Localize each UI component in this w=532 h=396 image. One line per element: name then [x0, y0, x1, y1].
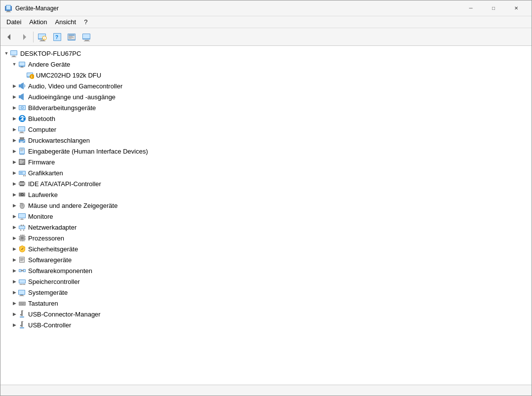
svg-rect-104	[22, 235, 23, 236]
svg-rect-65	[20, 162, 23, 162]
svg-rect-122	[20, 284, 21, 285]
tree-item-andere-geraete[interactable]: ▼ Andere Geräte	[0, 59, 532, 70]
svg-marker-6	[23, 34, 26, 40]
menu-help[interactable]: ?	[80, 17, 91, 27]
tree-item-audio[interactable]: ▶ Audio, Video und Gamecontroller	[0, 80, 532, 91]
svg-rect-2	[6, 5, 10, 9]
usb-connector-label: USB-Connector-Manager	[28, 311, 101, 318]
sicherheitsgeraete-label: Sicherheitsgeräte	[28, 245, 78, 253]
tree-root[interactable]: ▼ DESKTOP-FLU67PC	[0, 48, 532, 59]
menu-bar: Datei Aktion Ansicht ?	[0, 16, 532, 28]
tree-item-bluetooth[interactable]: ▶ Bluetooth	[0, 113, 532, 124]
tree-item-netzwerkadapter[interactable]: ▶ Netzwerkadapter	[0, 222, 532, 233]
tree-item-firmware[interactable]: ▶ Firmware	[0, 157, 532, 167]
svg-rect-129	[19, 296, 24, 296]
speichercontroller-label: Speichercontroller	[28, 278, 80, 285]
tree-item-computer[interactable]: ▶ Computer	[0, 124, 532, 135]
audioio-icon	[18, 93, 26, 101]
svg-rect-102	[25, 239, 26, 240]
tree-item-druckwarteschlangen[interactable]: ▶ Druckwarteschlangen	[0, 135, 532, 146]
svg-text:✓: ✓	[21, 247, 24, 251]
softwaregeraete-chevron: ▶	[10, 256, 18, 264]
menu-ansicht[interactable]: Ansicht	[51, 17, 80, 27]
svg-rect-123	[21, 284, 22, 285]
monitor-icon	[82, 33, 92, 41]
netzwerkadapter-label: Netzwerkadapter	[28, 224, 76, 231]
svg-rect-93	[23, 230, 24, 231]
andere-geraete-icon	[18, 60, 26, 68]
svg-rect-133	[21, 303, 22, 304]
forward-icon	[20, 33, 28, 41]
svg-rect-127	[19, 290, 25, 294]
tree-item-tastaturen[interactable]: ▶ Tastaturen	[0, 298, 532, 309]
svg-rect-132	[20, 303, 21, 304]
usb-controller-icon	[18, 321, 26, 329]
prozessoren-icon	[18, 234, 26, 242]
prozessoren-label: Prozessoren	[28, 235, 64, 242]
svg-rect-38	[19, 84, 21, 87]
svg-rect-134	[23, 303, 24, 304]
properties-button[interactable]: !	[36, 30, 49, 44]
umc-warning-icon: !	[26, 71, 34, 79]
eingabegeraete-icon	[18, 147, 26, 155]
svg-rect-24	[85, 40, 89, 41]
tree-item-speichercontroller[interactable]: ▶ Speichercontroller	[0, 276, 532, 287]
tree-item-prozessoren[interactable]: ▶	[0, 233, 532, 243]
svg-rect-70	[23, 175, 24, 176]
forward-button[interactable]	[17, 30, 31, 44]
svg-rect-98	[19, 238, 20, 238]
firmware-label: Firmware	[28, 158, 55, 166]
tree-item-usb-connector[interactable]: ▶ USB-Connector-Manager	[0, 309, 532, 319]
tree-item-monitore[interactable]: ▶ Monitore	[0, 211, 532, 222]
tree-item-sicherheitsgeraete[interactable]: ▶ ✓ Sicherheitsgeräte	[0, 243, 532, 254]
monitor-button[interactable]	[80, 30, 94, 44]
menu-aktion[interactable]: Aktion	[25, 17, 51, 27]
minimize-button[interactable]: ─	[459, 0, 482, 16]
druckwarteschlangen-label: Druckwarteschlangen	[28, 137, 90, 144]
maximize-button[interactable]: □	[482, 0, 505, 16]
computer-chevron: ▶	[10, 125, 18, 133]
svg-rect-90	[21, 225, 22, 226]
tree-item-softwaregeraete[interactable]: ▶ Softwaregeräte	[0, 254, 532, 265]
svg-rect-63	[20, 160, 22, 160]
svg-rect-108	[24, 240, 24, 241]
tree-item-bildverarbeitung[interactable]: ▶ Bildverarbeitungsgeräte	[0, 102, 532, 113]
back-button[interactable]	[2, 30, 16, 44]
tree-item-umc202hd[interactable]: ! UMC202HD 192k DFU	[0, 70, 532, 80]
menu-datei[interactable]: Datei	[2, 17, 25, 27]
device-tree[interactable]: ▼ DESKTOP-FLU67PC ▼	[0, 46, 532, 385]
tree-item-usb-controller[interactable]: ▶ USB-Controller	[0, 319, 532, 330]
maeuse-chevron: ▶	[10, 201, 18, 209]
tree-item-ide[interactable]: ▶ IDE ATA/ATAPI-Controller	[0, 178, 532, 189]
svg-text:?: ?	[55, 35, 58, 40]
tree-item-grafikkarten[interactable]: ▶ Grafikkarten	[0, 167, 532, 178]
tree-item-audioio[interactable]: ▶ Audioeingänge und -ausgänge	[0, 91, 532, 102]
tree-item-eingabegeraete[interactable]: ▶ Eingabegeräte (Human Interface Devices…	[0, 146, 532, 157]
svg-rect-60	[20, 151, 23, 151]
svg-marker-144	[21, 321, 24, 322]
svg-rect-99	[19, 239, 20, 240]
svg-rect-114	[20, 260, 23, 261]
tree-item-maeuse[interactable]: ▶ Mäuse und andere Zeigegeräte	[0, 200, 532, 211]
svg-text:!: !	[31, 75, 32, 79]
monitore-chevron: ▶	[10, 212, 18, 220]
svg-point-45	[22, 107, 23, 109]
svg-rect-91	[23, 225, 24, 226]
svg-rect-138	[24, 304, 25, 305]
tree-item-systemgeraete[interactable]: ▶ Systemgeräte	[0, 287, 532, 298]
netzwerkadapter-icon	[18, 223, 26, 231]
svg-rect-103	[21, 235, 21, 236]
druckwarteschlangen-chevron: ▶	[10, 136, 18, 144]
svg-rect-74	[20, 181, 24, 182]
svg-rect-25	[84, 40, 90, 41]
tree-item-softwarekomponenten[interactable]: ▶ Softwarekomponenten	[0, 265, 532, 276]
svg-rect-125	[24, 284, 25, 285]
svg-rect-32	[21, 67, 23, 68]
computer-tree-icon	[18, 125, 26, 133]
tree-item-laufwerke[interactable]: ▶ Laufwerke	[0, 189, 532, 200]
help-button[interactable]: ?	[50, 30, 64, 44]
close-button[interactable]: ✕	[505, 0, 528, 16]
svg-rect-10	[39, 40, 45, 41]
driver-button[interactable]	[65, 30, 79, 44]
andere-geraete-chevron: ▼	[10, 60, 18, 68]
